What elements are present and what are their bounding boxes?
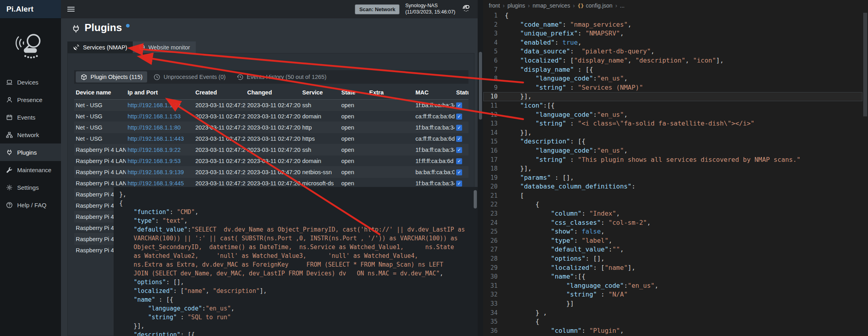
row-checkbox[interactable]: ✓ (456, 114, 462, 120)
line-number: 34 (483, 308, 505, 318)
sidebar-item-help-faq[interactable]: Help / FAQ (0, 196, 61, 214)
table-header-row: Device nameIp and PortCreatedChangedServ… (74, 88, 468, 100)
ip-port-link[interactable]: http://192.168.1.9:445 (128, 180, 184, 187)
cell-state: open (340, 133, 368, 144)
cell-status: ✓ (455, 155, 468, 167)
sidebar-item-maintenance[interactable]: Maintenance (0, 161, 61, 179)
column-header-ip-and-port[interactable]: Ip and Port (126, 88, 194, 100)
line-number: 3 (483, 29, 505, 38)
cell-status: ✓ (455, 100, 468, 111)
cell-status: ✓ (455, 111, 468, 122)
line-number: 33 (483, 299, 505, 308)
cell-service: https (301, 133, 340, 144)
editor-scrollbar-thumb[interactable] (863, 13, 867, 116)
cell-extra (368, 133, 414, 144)
editor-code-line: 16 "language_code":"en_us", (483, 146, 862, 155)
tab-website-monitor[interactable]: Website monitor (133, 41, 196, 53)
column-header-created[interactable]: Created (194, 88, 246, 100)
column-header-device-name[interactable]: Device name (74, 88, 126, 100)
breadcrumb-item-nmap-services[interactable]: nmap_services (533, 2, 570, 9)
code-panel-scrollbar-thumb[interactable] (474, 190, 477, 208)
sidebar-item-label: Presence (17, 96, 42, 103)
globe-icon (138, 44, 145, 51)
line-number: 10 (483, 92, 505, 101)
editor-code-line: 28 "options": [], (483, 254, 862, 263)
sidebar-item-network[interactable]: Network (0, 126, 61, 143)
plugin-config-code-panel[interactable]: },{ "function": "CMD", "type": "text", "… (114, 187, 478, 336)
subtab-plugin-objects-115[interactable]: Plugin Objects (115) (76, 71, 147, 83)
table-row: Net - USGhttp://192.168.1.1:4432023-03-1… (74, 133, 468, 144)
cell-mac: ca:ff:ff:ca:ba:6d (414, 133, 455, 144)
breadcrumb-item-plugins[interactable]: plugins (508, 2, 525, 9)
overlay-code-line: "language_code":"en_us", (119, 304, 472, 313)
editor-lines[interactable]: 1{2 "code_name": "nmap_services",3 "uniq… (483, 11, 862, 336)
breadcrumb-item-config-json[interactable]: {}config.json (578, 2, 613, 9)
line-number: 5 (483, 47, 505, 56)
app-scrollbar-thumb[interactable] (479, 52, 482, 120)
ip-port-link[interactable]: http://192.168.1.9:22 (128, 147, 181, 153)
row-checkbox[interactable]: ✓ (456, 181, 462, 187)
column-header-state[interactable]: State (340, 88, 368, 100)
ip-port-link[interactable]: http://192.168.1.1:80 (128, 124, 181, 131)
editor-code-line: 20 "database_column_definitions": (483, 182, 862, 191)
code-editor[interactable]: front›plugins›nmap_services›{}config.jso… (483, 0, 868, 336)
brand-link[interactable]: Pi.Alert (0, 0, 61, 18)
editor-code-line: 36 "column": "Plugin", (483, 326, 862, 336)
cell-ip-port: http://192.168.1.9:22 (126, 144, 194, 155)
box-icon (81, 74, 87, 81)
host-name: Synology-NAS (405, 3, 455, 9)
ip-port-link[interactable]: http://192.168.1.1:53 (128, 113, 181, 120)
row-checkbox[interactable]: ✓ (456, 125, 462, 131)
editor-code-line: 17 "string" : "This plugin shows all ser… (483, 155, 862, 165)
cell-mac: 1f:ba:ff:ca:ba:34 (414, 144, 455, 155)
host-info: Synology-NAS (11/03/2023, 15:46:07) (405, 3, 455, 15)
cell-extra (368, 122, 414, 133)
pialert-screenshot: Pi.Alert DevicesPresenceEventsNetworkP (0, 0, 868, 336)
ip-port-link[interactable]: http://192.168.1.1:22 (128, 102, 181, 108)
sidebar-item-plugins[interactable]: Plugins (0, 143, 61, 161)
column-header-changed[interactable]: Changed (246, 88, 301, 100)
sidebar-item-events[interactable]: Events (0, 108, 61, 126)
column-header-status[interactable]: Status (455, 88, 468, 100)
row-checkbox[interactable]: ✓ (456, 158, 462, 164)
ip-port-link[interactable]: http://192.168.1.9:53 (128, 158, 181, 164)
ip-port-link[interactable]: http://192.168.1.1:443 (128, 136, 184, 142)
line-number: 28 (483, 254, 505, 263)
subtab-events-history-50-out-of-1265[interactable]: Events History (50 out of 1265) (232, 71, 331, 83)
overlay-code-line: "localized": ["name", "description"], (119, 287, 472, 295)
cell-ip-port: http://192.168.1.9:139 (126, 167, 194, 178)
sidebar-item-label: Plugins (17, 149, 37, 156)
subtab-unprocessed-events-0[interactable]: Unprocessed Events (0) (149, 71, 230, 83)
line-number: 23 (483, 209, 505, 218)
row-checkbox[interactable]: ✓ (456, 169, 462, 175)
line-number: 17 (483, 155, 505, 165)
menu-toggle-icon[interactable] (67, 6, 75, 13)
cell-changed: 2023-03-11 02:47:20 (246, 133, 301, 144)
tab-services-nmap[interactable]: Services (NMAP) (67, 41, 133, 53)
cell-status: ✓ (455, 133, 468, 144)
cell-mac: ba:ba:ff:ca:ba:0c (414, 167, 455, 178)
row-checkbox[interactable]: ✓ (456, 102, 462, 108)
column-header-mac[interactable]: MAC (414, 88, 455, 100)
row-checkbox[interactable]: ✓ (456, 147, 462, 153)
breadcrumb-item-[interactable]: ... (620, 2, 625, 9)
cell-service: netbios-ssn (301, 167, 340, 178)
satellite-dish-icon (73, 44, 80, 51)
line-number: 1 (483, 11, 505, 20)
cell-state: open (340, 111, 368, 122)
row-checkbox[interactable]: ✓ (456, 136, 462, 142)
cell-changed: 2023-03-11 02:47:20 (246, 144, 301, 155)
ip-port-link[interactable]: http://192.168.1.9:139 (128, 169, 184, 175)
breadcrumb-item-front[interactable]: front (489, 2, 500, 9)
column-header-service[interactable]: Service (301, 88, 340, 100)
line-number: 19 (483, 173, 505, 183)
line-number: 22 (483, 200, 505, 209)
editor-scrollbar (862, 11, 868, 336)
cell-service: ssh (301, 144, 340, 155)
column-header-extra[interactable]: Extra (368, 88, 414, 100)
sidebar-item-settings[interactable]: Settings (0, 179, 61, 196)
table-row: Raspberry Pi 4 LANhttp://192.168.1.9:532… (74, 155, 468, 167)
sidebar-item-presence[interactable]: Presence (0, 91, 61, 108)
sidebar-item-devices[interactable]: Devices (0, 73, 61, 91)
plug-icon (71, 22, 81, 33)
